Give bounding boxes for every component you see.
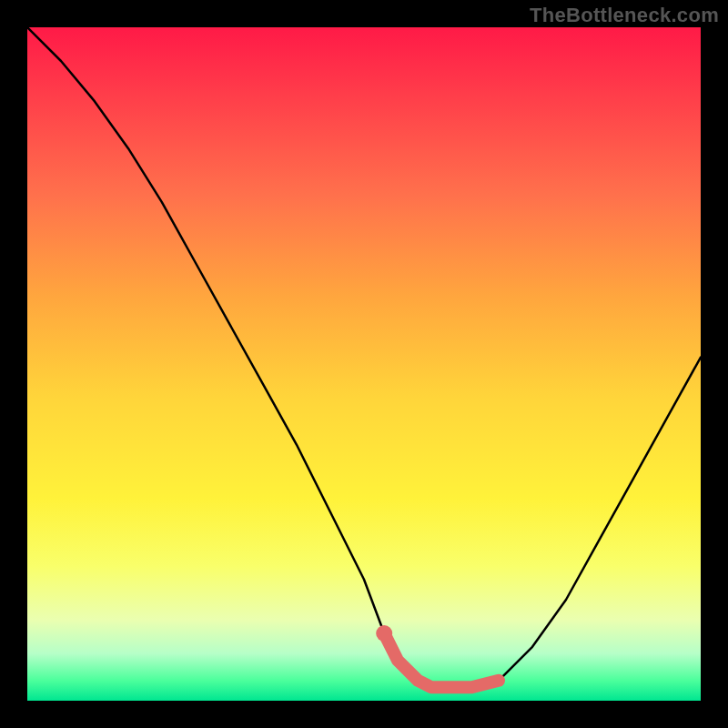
- chart-svg-overlay: [27, 27, 701, 701]
- chart-curve-line: [27, 27, 701, 687]
- chart-highlight-start-cap: [376, 625, 392, 642]
- watermark-text: TheBottleneck.com: [530, 4, 719, 27]
- chart-plot-area: [27, 27, 701, 701]
- chart-highlight-segment: [384, 633, 499, 687]
